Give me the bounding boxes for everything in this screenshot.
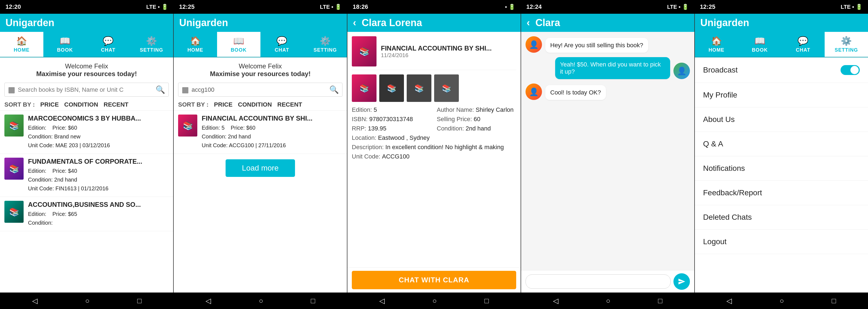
barcode-icon-2: ▦ — [182, 85, 189, 94]
search-input-2[interactable] — [191, 86, 329, 93]
book-thumb-1-3: 📚 — [4, 201, 24, 223]
back-btn-android-3[interactable]: ◁ — [374, 294, 390, 307]
thumb-3: 📚 — [407, 75, 431, 102]
chat-icon-1: 💬 — [103, 36, 114, 46]
chat-msg-2: 👤 Yeah! $50. When did you want to pick i… — [526, 57, 690, 79]
tab-book-1[interactable]: 📖 BOOK — [43, 32, 87, 57]
chat-input[interactable] — [526, 274, 671, 289]
home-icon-1: 🏠 — [16, 36, 27, 46]
status-segment-2: 12:25 LTE ▪ 🔋 — [174, 0, 347, 14]
android-nav-3: ◁ ○ □ — [347, 292, 521, 309]
tab-book-2[interactable]: 📖 BOOK — [217, 32, 260, 57]
back-btn-android-2[interactable]: ◁ — [200, 294, 217, 307]
settings-item-broadcast[interactable]: Broadcast — [695, 57, 868, 83]
tab-home-1[interactable]: 🏠 HOME — [0, 32, 43, 57]
chat-avatar-3: 👤 — [526, 84, 542, 100]
settings-item-deletedchats[interactable]: Deleted Chats — [695, 205, 868, 230]
welcome-line2-2: Maximise your resources today! — [177, 70, 344, 78]
recent-btn-android-4[interactable]: □ — [653, 294, 668, 307]
chat-input-area — [521, 270, 694, 292]
book-item-1-2[interactable]: 📚 FUNDAMENTALS OF CORPORATE... Edition: … — [0, 154, 173, 197]
myprofile-label: My Profile — [703, 91, 737, 100]
tab-home-label-1: HOME — [14, 47, 30, 53]
sort-recent-1[interactable]: RECENT — [104, 101, 128, 108]
author-row: Author Name: Shirley Carlon — [437, 106, 517, 113]
book-title-1-2: FUNDAMENTALS OF CORPORATE... — [28, 158, 169, 165]
settings-item-qa[interactable]: Q & A — [695, 132, 868, 156]
selling-price-row: Selling Price: 60 — [437, 116, 517, 123]
book-item-1-1[interactable]: 📚 MARCOECONOMICS 3 BY HUBBA... Edition: … — [0, 111, 173, 154]
settings-item-myprofile[interactable]: My Profile — [695, 83, 868, 107]
settings-item-logout[interactable]: Logout — [695, 230, 868, 254]
time-5: 12:25 — [700, 3, 715, 10]
sort-label-1: SORT BY : — [4, 101, 35, 108]
search-bar-2[interactable]: ▦ 🔍 — [178, 83, 342, 97]
tab-setting-1[interactable]: ⚙️ SETTING — [130, 32, 173, 57]
sort-price-2[interactable]: PRICE — [214, 101, 232, 108]
welcome-line2-1: Maximise your resources today! — [3, 70, 170, 78]
search-icon-1[interactable]: 🔍 — [156, 85, 165, 94]
home-btn-android-1[interactable]: ○ — [80, 294, 95, 307]
chat-with-button[interactable]: CHAT WITH CLARA — [352, 271, 516, 289]
settings-item-aboutus[interactable]: About Us — [695, 107, 868, 132]
home-btn-android-3[interactable]: ○ — [427, 294, 442, 307]
book-item-1-3[interactable]: 📚 ACCOUNTING,BUSINESS AND SO... Edition:… — [0, 197, 173, 231]
welcome-2: Welcome Felix Maximise your resources to… — [174, 57, 347, 81]
book-thumb-1-1: 📚 — [4, 115, 24, 137]
sort-condition-1[interactable]: CONDITION — [64, 101, 98, 108]
broadcast-toggle[interactable] — [841, 65, 860, 75]
back-btn-android-1[interactable]: ◁ — [27, 294, 43, 307]
tab-chat-2[interactable]: 💬 CHAT — [260, 32, 304, 57]
book-item-2-1[interactable]: 📚 FINANCIAL ACCOUNTING BY SHI... Edition… — [174, 111, 347, 154]
recent-btn-android-2[interactable]: □ — [305, 294, 321, 307]
search-input-1[interactable] — [18, 86, 156, 93]
book-icon-1: 📖 — [60, 36, 70, 46]
tab-chat-5[interactable]: 💬 CHAT — [781, 32, 825, 57]
tab-book-label-5: BOOK — [752, 47, 768, 53]
book-info-2-1: FINANCIAL ACCOUNTING BY SHI... Edition: … — [202, 115, 342, 150]
send-button[interactable] — [674, 273, 690, 290]
recent-btn-android-5[interactable]: □ — [826, 294, 841, 307]
home-btn-android-2[interactable]: ○ — [253, 294, 269, 307]
screen-4: ‹ Clara 👤 Hey! Are you still selling thi… — [521, 14, 695, 292]
tab-book-5[interactable]: 📖 BOOK — [738, 32, 781, 57]
screen2-nav[interactable]: 🏠 HOME 📖 BOOK 💬 CHAT ⚙️ SETTING — [174, 32, 347, 57]
home-btn-android-5[interactable]: ○ — [774, 294, 789, 307]
recent-btn-android-1[interactable]: □ — [132, 294, 147, 307]
tab-chat-1[interactable]: 💬 CHAT — [87, 32, 130, 57]
settings-item-feedback[interactable]: Feedback/Report — [695, 181, 868, 205]
sort-price-1[interactable]: PRICE — [40, 101, 59, 108]
search-bar-1[interactable]: ▦ 🔍 — [4, 83, 169, 97]
book-detail-thumb: 📚 — [352, 36, 376, 66]
screen1-nav[interactable]: 🏠 HOME 📖 BOOK 💬 CHAT ⚙️ SETTING — [0, 32, 173, 57]
tab-home-2[interactable]: 🏠 HOME — [174, 32, 217, 57]
chat-icon-2: 💬 — [276, 36, 287, 46]
search-icon-2[interactable]: 🔍 — [329, 85, 339, 94]
location-row: Location: Eastwood , Sydney — [352, 134, 516, 141]
screen2-title: Unigarden — [179, 17, 228, 29]
home-btn-android-4[interactable]: ○ — [600, 294, 616, 307]
recent-btn-android-3[interactable]: □ — [479, 294, 494, 307]
back-btn-3[interactable]: ‹ — [353, 17, 356, 29]
tab-home-5[interactable]: 🏠 HOME — [695, 32, 738, 57]
book-title-1-3: ACCOUNTING,BUSINESS AND SO... — [28, 201, 169, 208]
sort-condition-2[interactable]: CONDITION — [238, 101, 272, 108]
android-nav-5: ◁ ○ □ — [694, 292, 868, 309]
tab-setting-2[interactable]: ⚙️ SETTING — [304, 32, 347, 57]
settings-item-notifications[interactable]: Notifications — [695, 156, 868, 181]
tab-setting-label-5: SETTING — [835, 47, 858, 53]
screen5-nav[interactable]: 🏠 HOME 📖 BOOK 💬 CHAT ⚙️ SETTING — [695, 32, 868, 57]
condition-row: Condition: 2nd hand — [437, 125, 517, 132]
sort-recent-2[interactable]: RECENT — [277, 101, 302, 108]
back-btn-android-4[interactable]: ◁ — [548, 294, 564, 307]
back-btn-android-5[interactable]: ◁ — [721, 294, 737, 307]
back-btn-4[interactable]: ‹ — [527, 17, 530, 29]
load-more-button[interactable]: Load more — [225, 159, 295, 177]
sort-label-2: SORT BY : — [178, 101, 209, 108]
aboutus-label: About Us — [703, 115, 735, 124]
thumb-2: 📚 — [379, 75, 404, 102]
chat-msg-3: 👤 Cool! Is today OK? — [526, 84, 690, 100]
chat-icon-5: 💬 — [798, 36, 808, 46]
tab-setting-5[interactable]: ⚙️ SETTING — [825, 32, 868, 57]
tab-home-label-2: HOME — [187, 47, 203, 53]
